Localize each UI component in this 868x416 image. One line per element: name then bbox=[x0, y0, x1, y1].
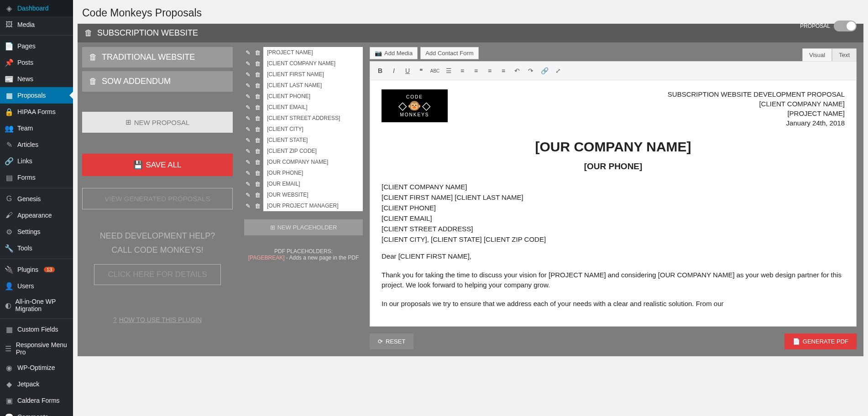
sidebar-item-posts[interactable]: 📌Posts bbox=[0, 54, 73, 71]
sidebar-item-settings[interactable]: ⚙Settings bbox=[0, 224, 73, 240]
generate-pdf-button[interactable]: 📄 GENERATE PDF bbox=[784, 333, 857, 349]
sidebar-item-genesis[interactable]: GGenesis bbox=[0, 191, 73, 207]
sidebar-item-pages[interactable]: 📄Pages bbox=[0, 38, 73, 54]
trash-icon[interactable]: 🗑 bbox=[254, 136, 261, 144]
trash-icon[interactable]: 🗑 bbox=[254, 104, 261, 111]
trash-icon[interactable]: 🗑 bbox=[254, 82, 261, 89]
sidebar-item-team[interactable]: 👥Team bbox=[0, 120, 73, 136]
placeholder-input[interactable] bbox=[263, 135, 363, 146]
reset-button[interactable]: ⟳ RESET bbox=[370, 333, 413, 349]
sidebar-item-forms[interactable]: ▤Forms bbox=[0, 169, 73, 186]
placeholder-input[interactable] bbox=[263, 102, 363, 113]
sidebar-item-links[interactable]: 🔗Links bbox=[0, 153, 73, 169]
sidebar-item-media[interactable]: 🖼Media bbox=[0, 16, 73, 33]
bold-icon[interactable]: B bbox=[374, 64, 387, 77]
edit-icon[interactable]: ✎ bbox=[244, 169, 251, 177]
edit-icon[interactable]: ✎ bbox=[244, 49, 251, 56]
sidebar-item-articles[interactable]: ✎Articles bbox=[0, 136, 73, 153]
align-left-icon[interactable]: ≡ bbox=[470, 64, 482, 77]
edit-icon[interactable]: ✎ bbox=[244, 158, 251, 166]
edit-icon[interactable]: ✎ bbox=[244, 104, 251, 111]
sidebar-item-dashboard[interactable]: ◈Dashboard bbox=[0, 0, 73, 16]
sidebar-item-custom-fields[interactable]: ▦Custom Fields bbox=[0, 321, 73, 338]
edit-icon[interactable]: ✎ bbox=[244, 125, 251, 133]
tab-visual[interactable]: Visual bbox=[802, 48, 832, 62]
edit-icon[interactable]: ✎ bbox=[244, 82, 251, 89]
placeholder-input[interactable] bbox=[263, 189, 363, 200]
sidebar-item-wp-optimize[interactable]: ◉WP-Optimize bbox=[0, 359, 73, 376]
sidebar-item-hipaa-forms[interactable]: 🔒HIPAA Forms bbox=[0, 104, 73, 120]
placeholder-input[interactable] bbox=[263, 113, 363, 124]
view-generated-button[interactable]: VIEW GENERATED PROPOSALS bbox=[82, 188, 233, 209]
underline-icon[interactable]: U bbox=[401, 64, 414, 77]
placeholder-input[interactable] bbox=[263, 200, 363, 211]
trash-icon[interactable]: 🗑 bbox=[254, 147, 261, 155]
placeholder-input[interactable] bbox=[263, 156, 363, 167]
align-right-icon[interactable]: ≡ bbox=[497, 64, 510, 77]
trash-icon[interactable]: 🗑 bbox=[254, 158, 261, 166]
placeholder-input[interactable] bbox=[263, 47, 363, 58]
placeholder-input[interactable] bbox=[263, 69, 363, 80]
details-button[interactable]: CLICK HERE FOR DETAILS bbox=[94, 264, 221, 285]
trash-icon[interactable]: 🗑 bbox=[84, 28, 93, 38]
new-placeholder-button[interactable]: ⊞ NEW PLACEHOLDER bbox=[244, 219, 363, 235]
placeholder-input[interactable] bbox=[263, 91, 363, 102]
edit-icon[interactable]: ✎ bbox=[244, 93, 251, 100]
placeholder-input[interactable] bbox=[263, 80, 363, 91]
align-center-icon[interactable]: ≡ bbox=[483, 64, 496, 77]
edit-icon[interactable]: ✎ bbox=[244, 71, 251, 78]
sidebar-item-all-in-one-wp-migration[interactable]: ◐All-in-One WP Migration bbox=[0, 294, 73, 316]
edit-icon[interactable]: ✎ bbox=[244, 147, 251, 155]
trash-icon[interactable]: 🗑 bbox=[254, 191, 261, 198]
trash-icon[interactable]: 🗑 bbox=[254, 71, 261, 78]
placeholder-input[interactable] bbox=[263, 58, 363, 69]
placeholder-input[interactable] bbox=[263, 167, 363, 178]
save-all-button[interactable]: 💾 SAVE ALL bbox=[82, 154, 233, 176]
editor-body[interactable]: CODE ◇🐵◇ MONKEYS SUBSCRIPTION WEBSITE DE… bbox=[370, 80, 856, 326]
trash-icon[interactable]: 🗑 bbox=[254, 49, 261, 56]
add-contact-form-button[interactable]: Add Contact Form bbox=[420, 47, 479, 59]
trash-icon[interactable]: 🗑 bbox=[254, 114, 261, 122]
proposal-toggle[interactable]: PROPOSAL bbox=[800, 21, 857, 31]
sidebar-item-caldera-forms[interactable]: ▣Caldera Forms bbox=[0, 392, 73, 409]
sidebar-item-appearance[interactable]: 🖌Appearance bbox=[0, 207, 73, 224]
redo-icon[interactable]: ↷ bbox=[524, 64, 537, 77]
trash-icon[interactable]: 🗑 bbox=[254, 202, 261, 209]
trash-icon[interactable]: 🗑 bbox=[254, 93, 261, 100]
sidebar-item-responsive-menu-pro[interactable]: ☰Responsive Menu Pro bbox=[0, 338, 73, 359]
trash-icon[interactable]: 🗑 bbox=[254, 60, 261, 67]
new-proposal-button[interactable]: ⊞ NEW PROPOSAL bbox=[82, 112, 233, 133]
sidebar-item-comments[interactable]: 💬Comments bbox=[0, 409, 73, 416]
tab-text[interactable]: Text bbox=[832, 48, 857, 62]
trash-icon[interactable]: 🗑 bbox=[254, 169, 261, 177]
edit-icon[interactable]: ✎ bbox=[244, 202, 251, 209]
template-sow-addendum[interactable]: 🗑SOW ADDENDUM bbox=[82, 71, 233, 92]
edit-icon[interactable]: ✎ bbox=[244, 60, 251, 67]
trash-icon[interactable]: 🗑 bbox=[89, 77, 97, 86]
strike-icon[interactable]: ABC bbox=[429, 64, 441, 77]
toggle-switch[interactable] bbox=[834, 21, 857, 31]
trash-icon[interactable]: 🗑 bbox=[89, 52, 97, 62]
sidebar-item-news[interactable]: 📰News bbox=[0, 71, 73, 87]
placeholder-input[interactable] bbox=[263, 146, 363, 156]
sidebar-item-tools[interactable]: 🔧Tools bbox=[0, 240, 73, 256]
sidebar-item-plugins[interactable]: 🔌Plugins13 bbox=[0, 261, 73, 278]
template-traditional-website[interactable]: 🗑TRADITIONAL WEBSITE bbox=[82, 47, 233, 68]
quote-icon[interactable]: ❝ bbox=[415, 64, 428, 77]
sidebar-item-proposals[interactable]: ▦Proposals bbox=[0, 87, 73, 104]
edit-icon[interactable]: ✎ bbox=[244, 114, 251, 122]
sidebar-item-users[interactable]: 👤Users bbox=[0, 278, 73, 294]
number-list-icon[interactable]: ≡ bbox=[456, 64, 469, 77]
italic-icon[interactable]: I bbox=[387, 64, 400, 77]
edit-icon[interactable]: ✎ bbox=[244, 136, 251, 144]
link-icon[interactable]: 🔗 bbox=[538, 64, 551, 77]
trash-icon[interactable]: 🗑 bbox=[254, 125, 261, 133]
placeholder-input[interactable] bbox=[263, 124, 363, 135]
edit-icon[interactable]: ✎ bbox=[244, 191, 251, 198]
bullet-list-icon[interactable]: ☰ bbox=[442, 64, 455, 77]
trash-icon[interactable]: 🗑 bbox=[254, 180, 261, 187]
howto-link[interactable]: ? HOW TO USE THIS PLUGIN bbox=[82, 316, 233, 323]
placeholder-input[interactable] bbox=[263, 178, 363, 189]
sidebar-item-jetpack[interactable]: ◆Jetpack bbox=[0, 376, 73, 392]
edit-icon[interactable]: ✎ bbox=[244, 180, 251, 187]
